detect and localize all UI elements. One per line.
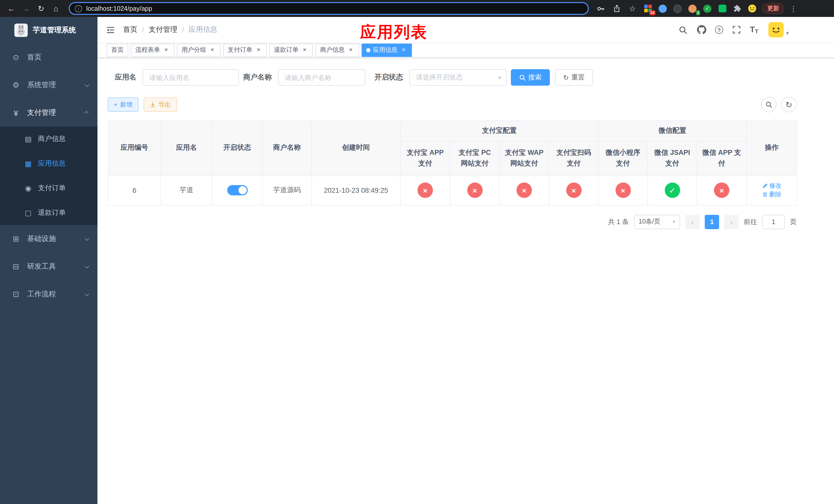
sidebar: 芋道管理系统 ⊙ 首页 ⚙ 系统管理 ¥ 支付管理 ▤ 商户信息: [0, 17, 97, 504]
tab-close-icon[interactable]: ×: [255, 46, 262, 53]
col-group-wechat: 微信配置: [598, 121, 747, 141]
extension-avatar-icon[interactable]: 1: [688, 4, 697, 13]
app-logo[interactable]: 芋道管理系统: [0, 17, 97, 44]
status-select[interactable]: 请选择开启状态 ▾: [409, 69, 507, 86]
wechat-app-status-icon: ×: [714, 183, 729, 198]
sidebar-item-payment-order[interactable]: ◉ 支付订单: [0, 176, 97, 201]
status-toggle[interactable]: [227, 185, 247, 196]
add-button[interactable]: + 新增: [108, 97, 138, 112]
extension-green-square-icon[interactable]: [718, 4, 727, 13]
yen-icon: ¥: [11, 109, 21, 117]
url-bar[interactable]: i localhost:1024/pay/app: [69, 2, 589, 15]
github-icon[interactable]: [697, 25, 707, 35]
tab-user-group[interactable]: 用户分组×: [177, 43, 221, 56]
sidebar-item-devtools[interactable]: ⊟ 研发工具: [0, 253, 97, 280]
chevron-down-icon: [85, 292, 89, 296]
breadcrumb-separator: /: [142, 26, 144, 34]
sidebar-toggle-icon[interactable]: [97, 17, 123, 43]
extension-dark-icon[interactable]: [673, 4, 682, 13]
tab-close-icon[interactable]: ×: [400, 46, 407, 53]
extension-colorful-icon[interactable]: 10: [643, 4, 653, 13]
toggle-search-button[interactable]: [761, 97, 776, 112]
status-label: 开启状态: [374, 73, 403, 82]
user-menu[interactable]: ▾: [769, 22, 789, 38]
sidebar-item-label: 工作流程: [27, 290, 56, 299]
sidebar-item-system[interactable]: ⚙ 系统管理: [0, 71, 97, 99]
profile-face-icon[interactable]: [747, 4, 756, 13]
sidebar-item-home[interactable]: ⊙ 首页: [0, 44, 97, 71]
alipay-qr-status-icon: ×: [566, 183, 581, 198]
sidebar-item-refund-order[interactable]: ▢ 退款订单: [0, 201, 97, 225]
gear-icon: ⚙: [11, 81, 21, 90]
tab-close-icon[interactable]: ×: [301, 46, 308, 53]
bookmark-star-icon[interactable]: ☆: [627, 3, 638, 14]
export-button[interactable]: 导出: [144, 97, 177, 112]
breadcrumb-payment[interactable]: 支付管理: [149, 25, 177, 35]
sidebar-item-workflow[interactable]: ⊡ 工作流程: [0, 280, 97, 308]
edit-button[interactable]: 修改: [762, 182, 782, 190]
reset-button[interactable]: ↻ 重置: [555, 69, 593, 86]
browser-update-button[interactable]: 更新: [762, 3, 784, 14]
merchant-name-input[interactable]: [278, 69, 365, 86]
extension-check-icon[interactable]: ✓: [703, 4, 712, 13]
app-name-input[interactable]: [142, 69, 239, 86]
search-icon[interactable]: [678, 25, 688, 35]
alipay-pc-status-icon: ×: [467, 183, 482, 198]
navbar: 首页 / 支付管理 / 应用信息 应用列表 ?: [97, 17, 834, 43]
tab-close-icon[interactable]: ×: [347, 46, 354, 53]
alipay-app-status-icon: ×: [418, 183, 433, 198]
sidebar-item-merchant-info[interactable]: ▤ 商户信息: [0, 127, 97, 151]
page-1-button[interactable]: 1: [705, 215, 719, 229]
tab-refund-order[interactable]: 退款订单×: [269, 43, 313, 56]
cell-app-name: 芋道: [161, 176, 212, 205]
sidebar-item-label: 支付订单: [38, 184, 66, 193]
merchant-name-label: 商户名称: [243, 73, 272, 82]
download-icon: [150, 101, 156, 108]
page-size-select[interactable]: 10条/页 ▾: [634, 215, 680, 229]
extensions-puzzle-icon[interactable]: [732, 4, 742, 13]
browser-menu-icon[interactable]: ⋮: [790, 4, 797, 13]
font-size-icon[interactable]: TT: [750, 25, 758, 35]
browser-home-icon[interactable]: ⌂: [50, 2, 62, 15]
fullscreen-icon[interactable]: [731, 25, 742, 35]
browser-forward-icon[interactable]: →: [20, 2, 32, 15]
search-button[interactable]: 搜索: [511, 69, 550, 86]
status-select-placeholder: 请选择开启状态: [416, 73, 463, 82]
col-created: 创建时间: [312, 121, 400, 176]
extension-blue-icon[interactable]: [658, 4, 667, 13]
tab-process-form[interactable]: 流程表单×: [131, 43, 174, 56]
avatar-badge: 1: [696, 10, 700, 15]
password-key-icon[interactable]: [595, 3, 606, 14]
cell-merchant: 芋道源码: [262, 176, 312, 205]
tab-close-icon[interactable]: ×: [209, 46, 216, 53]
tab-home[interactable]: 首页×: [107, 43, 128, 56]
refresh-table-button[interactable]: ↻: [781, 97, 796, 112]
goto-page-input[interactable]: [762, 215, 785, 229]
help-icon[interactable]: ?: [715, 26, 723, 34]
col-wechat-app: 微信 APP 支付: [697, 141, 747, 176]
delete-button[interactable]: 删除: [762, 190, 782, 199]
sidebar-item-infrastructure[interactable]: ⊞ 基础设施: [0, 225, 97, 253]
browser-reload-icon[interactable]: ↻: [35, 2, 47, 15]
prev-page-button[interactable]: ‹: [685, 215, 700, 229]
refresh-icon: ↻: [786, 100, 792, 110]
tab-payment-order[interactable]: 支付订单×: [223, 43, 267, 56]
next-page-button[interactable]: ›: [724, 215, 739, 229]
sidebar-item-payment[interactable]: ¥ 支付管理: [0, 99, 97, 127]
browser-back-icon[interactable]: ←: [5, 2, 18, 15]
sidebar-item-label: 系统管理: [27, 81, 56, 90]
col-group-alipay: 支付宝配置: [400, 121, 598, 141]
page-info-icon[interactable]: i: [75, 5, 82, 12]
tab-app-info[interactable]: 应用信息×: [361, 43, 412, 56]
pagination: 共 1 条 10条/页 ▾ ‹ 1 › 前往 页: [108, 215, 796, 229]
breadcrumb-home[interactable]: 首页: [123, 25, 137, 35]
tab-close-icon[interactable]: ×: [162, 46, 170, 53]
payment-submenu: ▤ 商户信息 ▦ 应用信息 ◉ 支付订单 ▢ 退款订单: [0, 127, 97, 225]
sidebar-item-app-info[interactable]: ▦ 应用信息: [0, 151, 97, 176]
avatar[interactable]: [769, 22, 784, 38]
url-text: localhost:1024/pay/app: [86, 5, 152, 12]
chevron-down-icon: [85, 236, 89, 241]
tags-view: 首页× 流程表单× 用户分组× 支付订单× 退款订单× 商户信息× 应用信息×: [97, 43, 834, 58]
share-icon[interactable]: [611, 3, 622, 14]
tab-merchant-info[interactable]: 商户信息×: [315, 43, 359, 56]
